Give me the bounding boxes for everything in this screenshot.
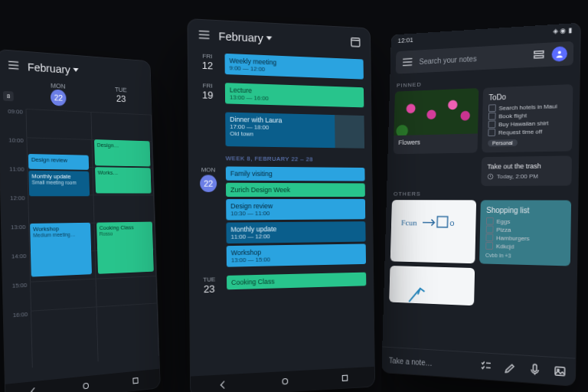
shop-item[interactable]: Eggs bbox=[486, 217, 565, 226]
svg-text:o: o bbox=[449, 218, 454, 227]
month-dropdown[interactable]: February bbox=[218, 29, 272, 44]
mic-icon[interactable] bbox=[528, 362, 542, 377]
event[interactable]: Design review10:30 — 11:00 bbox=[226, 199, 365, 220]
event[interactable]: WorkshopMedium meeting… bbox=[30, 223, 92, 277]
event[interactable]: Dinner with Laura 17:00 — 18:00 Old town bbox=[225, 113, 364, 149]
event[interactable]: Lecture13:00 — 16:00 bbox=[225, 83, 364, 107]
day-header[interactable]: MON 22 bbox=[25, 80, 91, 108]
note-title: Shopping list bbox=[486, 206, 565, 214]
note-card-todo[interactable]: ToDo Search hotels in Maui Book flight B… bbox=[482, 84, 573, 152]
calendar-week-phone: February MON 22 TUE 23 8 09:00 10:00 11:… bbox=[0, 50, 160, 392]
home-icon[interactable] bbox=[81, 381, 91, 392]
clock-icon bbox=[487, 173, 494, 180]
appbar: February bbox=[0, 50, 151, 88]
note-title: ToDo bbox=[488, 90, 567, 102]
event[interactable]: Family visiting bbox=[226, 166, 365, 181]
shop-item[interactable]: Pizza bbox=[486, 226, 565, 234]
agenda-row: FRI19 Lecture13:00 — 16:00 bbox=[188, 78, 371, 113]
section-others: OTHERS bbox=[387, 185, 578, 200]
event[interactable]: Works… bbox=[95, 167, 152, 193]
note-card-trash[interactable]: Take out the trash Today, 2:00 PM bbox=[481, 155, 572, 186]
shop-item[interactable]: Hamburgers bbox=[485, 234, 564, 243]
agenda-row: TUE23 Cooking Class bbox=[190, 270, 374, 299]
android-navbar bbox=[5, 369, 160, 392]
section-pinned: PINNED bbox=[390, 70, 580, 92]
event[interactable]: Cooking Class bbox=[227, 273, 366, 290]
chevron-down-icon bbox=[73, 67, 78, 71]
svg-text:Fcun: Fcun bbox=[401, 217, 417, 227]
svg-point-7 bbox=[558, 51, 561, 54]
brush-icon[interactable] bbox=[503, 361, 517, 375]
sketch-drawing: Fcun o bbox=[396, 206, 470, 251]
note-card-flowers[interactable]: Flowers bbox=[394, 88, 479, 154]
back-icon[interactable] bbox=[217, 379, 228, 390]
note-tag: Personal bbox=[488, 139, 518, 147]
svg-rect-12 bbox=[533, 364, 537, 371]
recents-icon[interactable] bbox=[340, 372, 350, 384]
notes-phone: 12:01 ◈ ◉ ▮ Search your notes PINNED Flo… bbox=[381, 23, 580, 386]
note-caption: Flowers bbox=[394, 133, 478, 149]
todo-item[interactable]: Request time off bbox=[488, 127, 566, 136]
back-icon[interactable] bbox=[28, 386, 38, 392]
week-number-badge: 8 bbox=[3, 91, 14, 102]
note-card-sketch2[interactable] bbox=[389, 266, 475, 305]
shop-item[interactable]: Kdkcjd bbox=[485, 242, 564, 251]
svg-rect-4 bbox=[343, 375, 348, 381]
image-icon[interactable] bbox=[553, 364, 567, 379]
time-grid: 09:00 10:00 11:00 12:00 13:00 14:00 15:0… bbox=[0, 107, 159, 370]
month-label: February bbox=[28, 60, 70, 75]
svg-rect-6 bbox=[534, 55, 544, 58]
today-badge: 22 bbox=[51, 89, 67, 106]
svg-point-8 bbox=[488, 174, 493, 179]
day-headers: MON 22 TUE 23 bbox=[0, 79, 152, 111]
event[interactable]: Workshop13:00 — 15:00 bbox=[227, 243, 366, 266]
compose-placeholder[interactable]: Take a note… bbox=[389, 356, 433, 367]
note-card-sketch[interactable]: Fcun o bbox=[390, 200, 476, 263]
todo-item[interactable]: Search hotels in Maui bbox=[488, 102, 567, 112]
flowers-image bbox=[394, 88, 479, 136]
event[interactable]: Monthly updateSmall meeting room bbox=[28, 171, 89, 197]
month-label: February bbox=[218, 29, 263, 44]
svg-rect-1 bbox=[133, 378, 138, 384]
android-navbar bbox=[191, 367, 374, 392]
avatar[interactable] bbox=[552, 46, 567, 62]
svg-point-0 bbox=[83, 383, 89, 389]
agenda-row: MON22 Family visiting Zurich Design Week… bbox=[189, 163, 373, 273]
event[interactable]: Design review bbox=[28, 154, 89, 170]
svg-rect-2 bbox=[351, 38, 360, 46]
month-dropdown[interactable]: February bbox=[28, 60, 79, 76]
home-icon[interactable] bbox=[280, 376, 291, 387]
today-badge: 22 bbox=[200, 175, 217, 192]
event[interactable]: Cooking ClassRosso bbox=[96, 222, 154, 274]
menu-icon[interactable] bbox=[7, 58, 21, 73]
reminder-badge: Today, 2:00 PM bbox=[487, 172, 565, 180]
event[interactable]: Design… bbox=[94, 139, 151, 166]
event[interactable]: Weekly meeting9:00 — 12:00 bbox=[225, 54, 364, 80]
view-toggle-icon[interactable] bbox=[532, 48, 546, 62]
menu-icon[interactable] bbox=[198, 28, 211, 42]
status-bar: 12:01 ◈ ◉ ▮ bbox=[391, 23, 580, 47]
time-column: 09:00 10:00 11:00 12:00 13:00 14:00 15:0… bbox=[0, 107, 31, 341]
status-icons: ◈ ◉ ▮ bbox=[553, 26, 572, 34]
todo-item[interactable]: Buy Hawaiian shirt bbox=[488, 119, 567, 129]
svg-rect-13 bbox=[555, 367, 565, 376]
checklist-icon[interactable] bbox=[479, 359, 493, 374]
svg-rect-10 bbox=[437, 217, 448, 227]
compose-toolbar: Take a note… bbox=[381, 346, 575, 385]
menu-icon[interactable] bbox=[401, 55, 414, 68]
recents-icon[interactable] bbox=[131, 375, 140, 387]
event[interactable]: Zurich Design Week bbox=[226, 183, 365, 197]
note-card-shopping[interactable]: Shopping list Eggs Pizza Hamburgers Kdkc… bbox=[479, 200, 571, 266]
event[interactable]: Monthly update11:00 — 12:00 bbox=[226, 221, 365, 243]
search-placeholder: Search your notes bbox=[419, 54, 476, 65]
todo-item[interactable]: Book flight bbox=[488, 110, 567, 120]
search-bar[interactable]: Search your notes bbox=[396, 41, 574, 74]
today-icon[interactable] bbox=[349, 35, 362, 49]
note-title: Take out the trash bbox=[487, 162, 541, 171]
svg-rect-5 bbox=[534, 51, 544, 54]
day-header[interactable]: TUE 23 bbox=[90, 84, 151, 110]
clock: 12:01 bbox=[397, 36, 413, 44]
calendar-agenda-phone: February FRI12 Weekly meeting9:00 — 12:0… bbox=[188, 19, 374, 392]
svg-point-3 bbox=[283, 378, 288, 384]
chevron-down-icon bbox=[266, 36, 273, 40]
